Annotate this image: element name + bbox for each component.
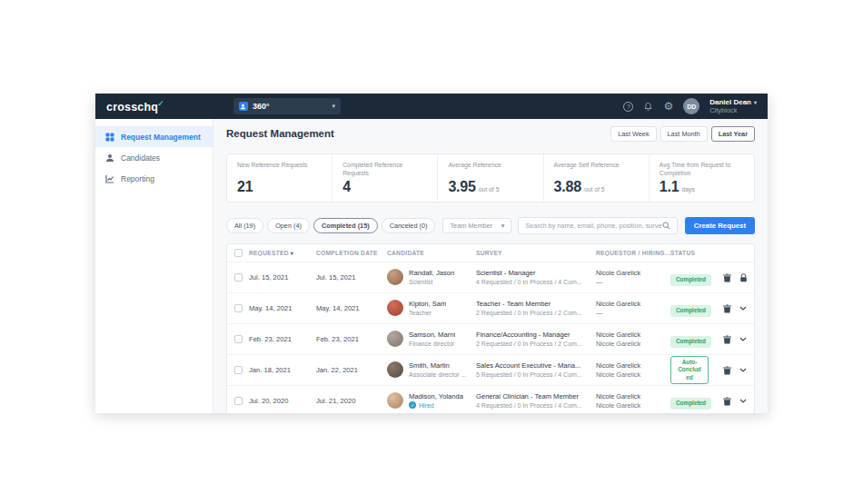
col-candidate[interactable]: CANDIDATE bbox=[387, 250, 476, 256]
app-body: Request Management Candidates Reporting … bbox=[95, 119, 768, 413]
candidate-name: Randall, Jason bbox=[409, 269, 454, 278]
candidate-cell: Samson, Marni Finance director bbox=[387, 331, 476, 348]
stat-suffix: days bbox=[681, 186, 694, 193]
row-checkbox[interactable] bbox=[234, 304, 243, 312]
row-checkbox[interactable] bbox=[234, 273, 243, 282]
candidate-avatar bbox=[387, 392, 403, 409]
sidebar-item-label: Reporting bbox=[121, 174, 154, 183]
sort-desc-icon: ▾ bbox=[291, 251, 293, 256]
search-icon[interactable] bbox=[662, 222, 670, 230]
table-row[interactable]: Jan. 18, 2021 Jan. 22, 2021 Smith, Marti… bbox=[227, 355, 754, 386]
stat-value: 3.88 bbox=[554, 179, 581, 195]
table-row[interactable]: Jul. 20, 2020 Jul. 21, 2020 Madison, Yol… bbox=[227, 386, 754, 413]
col-requested[interactable]: REQUESTED▾ bbox=[249, 250, 316, 256]
delete-icon[interactable] bbox=[723, 397, 731, 406]
search-input[interactable] bbox=[525, 222, 661, 230]
app-window: crosschq✓ 360° ▾ ? ⚙ DD Daniel Dean▾ Cit… bbox=[95, 94, 768, 413]
stats-card: New Reference Requests 21 Completed Refe… bbox=[226, 153, 755, 203]
row-checkbox[interactable] bbox=[234, 335, 243, 343]
table-header: REQUESTED▾ COMPLETION DATE CANDIDATE SUR… bbox=[227, 244, 754, 262]
team-member-dropdown[interactable]: Team Member ▾ bbox=[442, 218, 511, 233]
survey-name: General Clinician - Team Member bbox=[476, 392, 590, 401]
completion-date: May. 14, 2021 bbox=[316, 304, 387, 312]
gear-icon[interactable]: ⚙ bbox=[663, 101, 673, 112]
stat-suffix: out of 5 bbox=[479, 186, 500, 193]
candidate-title: Finance director bbox=[409, 340, 455, 348]
requested-date: Jul. 15, 2021 bbox=[249, 273, 316, 282]
candidate-avatar bbox=[387, 269, 403, 285]
request-management-icon bbox=[105, 133, 114, 142]
hiring-manager: — bbox=[596, 278, 665, 287]
col-completion-date[interactable]: COMPLETION DATE bbox=[316, 250, 387, 256]
product-label: 360° bbox=[253, 102, 270, 111]
user-avatar[interactable]: DD bbox=[683, 98, 699, 114]
last-month-button[interactable]: Last Month bbox=[660, 126, 708, 142]
status-badge: Auto-Concluded bbox=[670, 356, 709, 384]
completion-date: Jan. 22, 2021 bbox=[316, 366, 387, 374]
last-week-button[interactable]: Last Week bbox=[610, 126, 656, 142]
table-row[interactable]: May. 14, 2021 May. 14, 2021 Kipton, Sam … bbox=[227, 293, 754, 324]
candidate-name: Smith, Martin bbox=[409, 361, 466, 371]
sidebar-item-reporting[interactable]: Reporting bbox=[95, 168, 213, 189]
user-menu[interactable]: Daniel Dean▾ Cityblock bbox=[709, 98, 757, 115]
crosschq-logo: crosschq✓ bbox=[106, 99, 164, 114]
col-survey[interactable]: SURVEY bbox=[476, 250, 596, 256]
user-org: Cityblock bbox=[709, 106, 757, 114]
candidate-name: Kipton, Sam bbox=[409, 300, 446, 309]
stat-suffix: out of 5 bbox=[584, 186, 605, 193]
candidate-avatar bbox=[387, 300, 403, 316]
filter-tab-completed[interactable]: Completed (15) bbox=[313, 218, 378, 233]
requested-date: Jul. 20, 2020 bbox=[249, 397, 316, 405]
candidate-avatar bbox=[387, 331, 403, 347]
logo-check-icon: ✓ bbox=[157, 99, 164, 108]
page-canvas: crosschq✓ 360° ▾ ? ⚙ DD Daniel Dean▾ Cit… bbox=[0, 0, 863, 504]
table-row[interactable]: Feb. 23, 2021 Feb. 23, 2021 Samson, Marn… bbox=[227, 324, 754, 355]
expand-chevron-icon[interactable] bbox=[739, 337, 747, 341]
candidate-name: Madison, Yolanda bbox=[409, 392, 463, 401]
filter-tab-canceled[interactable]: Canceled (0) bbox=[382, 218, 436, 233]
col-requestor-hiring[interactable]: REQUESTOR / HIRING... bbox=[596, 250, 670, 256]
expand-chevron-icon[interactable] bbox=[739, 399, 747, 403]
delete-icon[interactable] bbox=[723, 335, 731, 344]
chart-icon bbox=[105, 174, 114, 183]
expand-chevron-icon[interactable] bbox=[739, 368, 747, 372]
main-content: Request Management Last Week Last Month … bbox=[213, 119, 768, 413]
bell-icon[interactable] bbox=[643, 102, 653, 112]
delete-icon[interactable] bbox=[723, 304, 731, 313]
row-checkbox[interactable] bbox=[234, 397, 243, 405]
chevron-down-icon: ▾ bbox=[754, 100, 757, 105]
filter-tab-open[interactable]: Open (4) bbox=[267, 218, 310, 233]
hiring-manager: Nicole Garelick bbox=[596, 371, 665, 380]
create-request-button[interactable]: Create Request bbox=[685, 217, 755, 234]
sidebar-item-request-management[interactable]: Request Management bbox=[95, 126, 213, 147]
requestor-name: Nicole Garelick bbox=[596, 269, 665, 278]
hiring-manager: Nicole Garelick bbox=[596, 401, 665, 410]
delete-icon[interactable] bbox=[723, 273, 731, 282]
search-box bbox=[518, 217, 677, 234]
survey-progress: 2 Requested / 0 In Process / 2 Com... bbox=[476, 340, 590, 348]
requests-table: REQUESTED▾ COMPLETION DATE CANDIDATE SUR… bbox=[226, 243, 755, 413]
expand-chevron-icon[interactable] bbox=[739, 306, 747, 311]
row-checkbox[interactable] bbox=[234, 366, 243, 374]
select-all-checkbox[interactable] bbox=[234, 249, 243, 257]
last-year-button[interactable]: Last Year bbox=[711, 126, 755, 142]
filter-row: All (19) Open (4) Completed (15) Cancele… bbox=[226, 217, 755, 234]
sidebar-item-label: Candidates bbox=[121, 153, 160, 163]
table-row[interactable]: Jul. 15, 2021 Jul. 15, 2021 Randall, Jas… bbox=[227, 262, 754, 293]
topbar: crosschq✓ 360° ▾ ? ⚙ DD Daniel Dean▾ Cit… bbox=[95, 94, 768, 119]
survey-name: Scientist - Manager bbox=[476, 269, 590, 278]
lock-icon[interactable] bbox=[739, 273, 748, 282]
help-icon[interactable]: ? bbox=[623, 102, 633, 112]
filter-tab-all[interactable]: All (19) bbox=[226, 218, 263, 233]
hired-badge: ✓ Hired bbox=[409, 401, 463, 410]
status-badge: Completed bbox=[670, 336, 711, 347]
hiring-manager: — bbox=[596, 309, 665, 318]
delete-icon[interactable] bbox=[723, 366, 731, 375]
product-selector[interactable]: 360° ▾ bbox=[233, 98, 341, 114]
stat-new-requests: New Reference Requests 21 bbox=[227, 154, 332, 202]
page-title: Request Management bbox=[226, 128, 334, 139]
sidebar-item-candidates[interactable]: Candidates bbox=[95, 147, 213, 168]
col-status[interactable]: STATUS bbox=[670, 250, 723, 256]
completion-date: Jul. 15, 2021 bbox=[316, 273, 387, 282]
stat-average-reference: Average Reference 3.95out of 5 bbox=[438, 154, 543, 202]
